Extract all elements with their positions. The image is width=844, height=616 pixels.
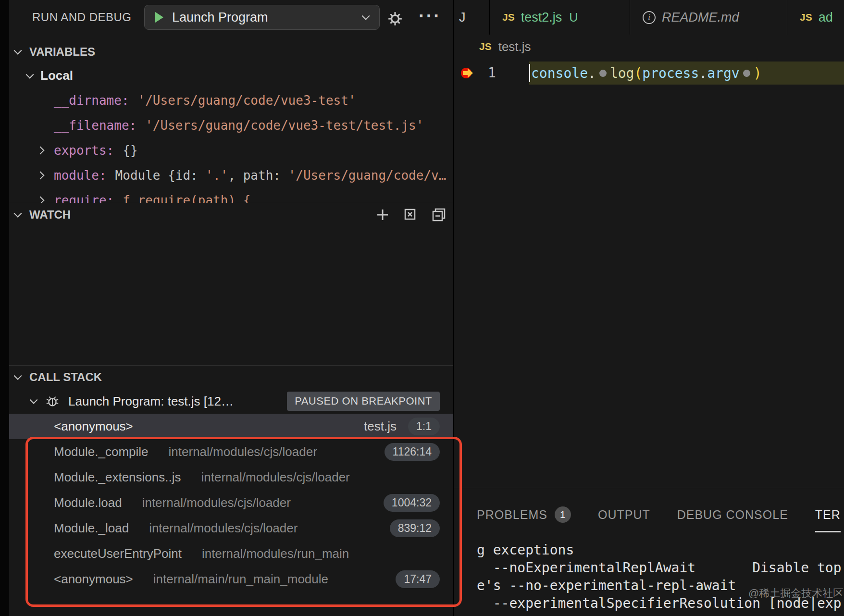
- collapse-all-icon[interactable]: [431, 207, 447, 222]
- chevron-down-icon[interactable]: [14, 209, 22, 218]
- panel-tab-bar: PROBLEMS1OUTPUTDEBUG CONSOLETER: [454, 497, 844, 532]
- variable-name: exports:: [54, 143, 114, 158]
- code-token: argv: [707, 65, 739, 81]
- frame-source: internal/modules/run_main: [202, 546, 349, 561]
- variable-value: ƒ require(path) {: [123, 193, 250, 203]
- breadcrumb-file[interactable]: test.js: [498, 39, 531, 54]
- launch-config-dropdown[interactable]: Launch Program: [144, 5, 380, 30]
- editor-tab-readme-md[interactable]: iREADME.md: [630, 0, 787, 35]
- js-file-icon: JS: [479, 41, 492, 52]
- panel-tab-label: OUTPUT: [598, 508, 650, 522]
- bottom-panel: PROBLEMS1OUTPUTDEBUG CONSOLETER g except…: [454, 488, 844, 616]
- chevron-down-icon[interactable]: [30, 396, 38, 404]
- frame-source: internal/modules/cjs/loader: [142, 495, 291, 510]
- twisty: [37, 197, 54, 203]
- chevron-right-icon[interactable]: [37, 147, 45, 155]
- panel-tab-ter[interactable]: TER: [815, 497, 841, 532]
- variable-value: {}: [123, 143, 137, 158]
- problems-count-badge: 1: [555, 506, 571, 523]
- panel-tab-problems[interactable]: PROBLEMS1: [477, 497, 571, 532]
- remove-all-watch-icon[interactable]: [403, 207, 418, 222]
- debug-session-row[interactable]: Launch Program: test.js [12… PAUSED ON B…: [9, 389, 453, 414]
- variable-row[interactable]: require:ƒ require(path) {: [9, 188, 453, 203]
- variables-list: __dirname:'/Users/guang/code/vue3-test'_…: [9, 88, 453, 203]
- inline-breakpoint-dot-icon[interactable]: [743, 70, 750, 77]
- frame-source: internal/main/run_main_module: [153, 572, 328, 587]
- stack-frame-row[interactable]: Module._loadinternal/modules/cjs/loader8…: [9, 516, 453, 541]
- add-expression-icon[interactable]: [375, 208, 390, 222]
- scope-local-row[interactable]: Local: [9, 63, 453, 88]
- variables-section-header[interactable]: VARIABLES: [9, 40, 453, 63]
- watermark-text: @稀土掘金技术社区: [748, 586, 844, 601]
- panel-tab-debug-console[interactable]: DEBUG CONSOLE: [677, 497, 788, 532]
- watch-section-header[interactable]: WATCH: [9, 203, 453, 226]
- breadcrumb: JS test.js: [454, 35, 844, 59]
- variable-row[interactable]: __dirname:'/Users/guang/code/vue3-test': [9, 88, 453, 113]
- stack-frame-row[interactable]: executeUserEntryPointinternal/modules/ru…: [9, 541, 453, 567]
- tab-label: README.md: [662, 10, 739, 25]
- frame-name: Module._compile: [54, 444, 149, 459]
- frame-source: test.js: [364, 419, 397, 434]
- variable-row[interactable]: module:Module {id: '.', path: '/Users/gu…: [9, 163, 453, 188]
- frame-position-badge: 1:1: [408, 418, 440, 435]
- stack-frame-row[interactable]: Module._compileinternal/modules/cjs/load…: [9, 439, 453, 465]
- panel-tab-label: PROBLEMS: [477, 508, 547, 522]
- js-file-icon: JS: [800, 12, 812, 23]
- stack-frame-row[interactable]: <anonymous>internal/main/run_main_module…: [9, 567, 453, 592]
- chevron-right-icon[interactable]: [37, 172, 45, 180]
- code-line-1-row: 1 console.log(process.argv): [454, 62, 844, 85]
- variable-row[interactable]: __filename:'/Users/guang/code/vue3-test/…: [9, 113, 453, 138]
- watch-actions: [375, 207, 447, 222]
- variable-name: __dirname:: [54, 93, 129, 108]
- more-actions-icon[interactable]: ···: [419, 6, 441, 26]
- code-token: console: [531, 65, 588, 81]
- panel-tab-output[interactable]: OUTPUT: [598, 497, 650, 532]
- launch-config-label: Launch Program: [172, 10, 268, 25]
- debug-session-bug-icon: [45, 394, 60, 408]
- breakpoint-paused-icon[interactable]: [459, 64, 476, 84]
- git-status-badge: U: [569, 11, 578, 25]
- variables-header-label: VARIABLES: [29, 45, 95, 59]
- twisty: [37, 172, 54, 178]
- js-file-icon: JS: [502, 12, 515, 23]
- editor-area: JJStest2.jsUiREADME.mdJSad JS test.js 1 …: [454, 0, 844, 616]
- editor-tab-bar: JJStest2.jsUiREADME.mdJSad: [454, 0, 844, 35]
- code-token: .: [699, 65, 707, 81]
- stack-frame-row[interactable]: Module.loadinternal/modules/cjs/loader10…: [9, 490, 453, 516]
- variable-value: '/Users/guang/code/vue3-test/test.js': [145, 118, 423, 133]
- chevron-down-icon: [362, 12, 370, 20]
- paused-on-breakpoint-badge: PAUSED ON BREAKPOINT: [287, 392, 440, 411]
- panel-tab-label: DEBUG CONSOLE: [677, 508, 788, 522]
- chevron-down-icon[interactable]: [14, 47, 22, 55]
- terminal-line: g exceptions: [477, 541, 842, 559]
- editor-tab-test2-js[interactable]: JStest2.jsU: [490, 0, 630, 35]
- frame-position-badge: 17:47: [396, 570, 440, 588]
- terminal-line: --noExperimentalReplAwait Disable top: [477, 559, 842, 577]
- frame-name: <anonymous>: [54, 572, 133, 587]
- chevron-right-icon[interactable]: [37, 197, 45, 203]
- stack-frame-row[interactable]: Module._extensions..jsinternal/modules/c…: [9, 465, 453, 490]
- frame-position-badge: 1004:32: [384, 494, 440, 512]
- info-icon: i: [643, 11, 656, 24]
- chevron-down-icon[interactable]: [14, 372, 22, 380]
- editor-tab-ad[interactable]: JSad: [787, 0, 844, 35]
- inline-breakpoint-dot-icon[interactable]: [599, 70, 607, 77]
- frame-name: executeUserEntryPoint: [54, 546, 182, 561]
- gear-icon[interactable]: [387, 11, 403, 29]
- line-number: 1: [488, 65, 496, 81]
- twisty: [37, 148, 54, 153]
- editor-code-line[interactable]: console.log(process.argv): [531, 62, 761, 85]
- stack-frame-row[interactable]: <anonymous>test.js1:1: [9, 414, 453, 439]
- variable-value: '/Users/guang/code/vue3-test': [138, 93, 356, 108]
- variable-row[interactable]: exports:{}: [9, 138, 453, 163]
- frame-name: Module.load: [54, 495, 122, 510]
- variables-section: VARIABLES Local __dirname:'/Users/guang/…: [9, 40, 453, 203]
- chevron-down-icon[interactable]: [26, 70, 34, 78]
- frame-source: internal/modules/cjs/loader: [201, 470, 349, 485]
- editor-tab-j[interactable]: J: [454, 0, 490, 35]
- call-stack-section-header[interactable]: CALL STACK: [9, 366, 453, 389]
- start-debug-icon[interactable]: [155, 12, 163, 23]
- terminal-output: g exceptions --noExperimentalReplAwait D…: [477, 541, 842, 612]
- variable-name: __filename:: [54, 118, 137, 133]
- frame-position-badge: 839:12: [390, 519, 440, 537]
